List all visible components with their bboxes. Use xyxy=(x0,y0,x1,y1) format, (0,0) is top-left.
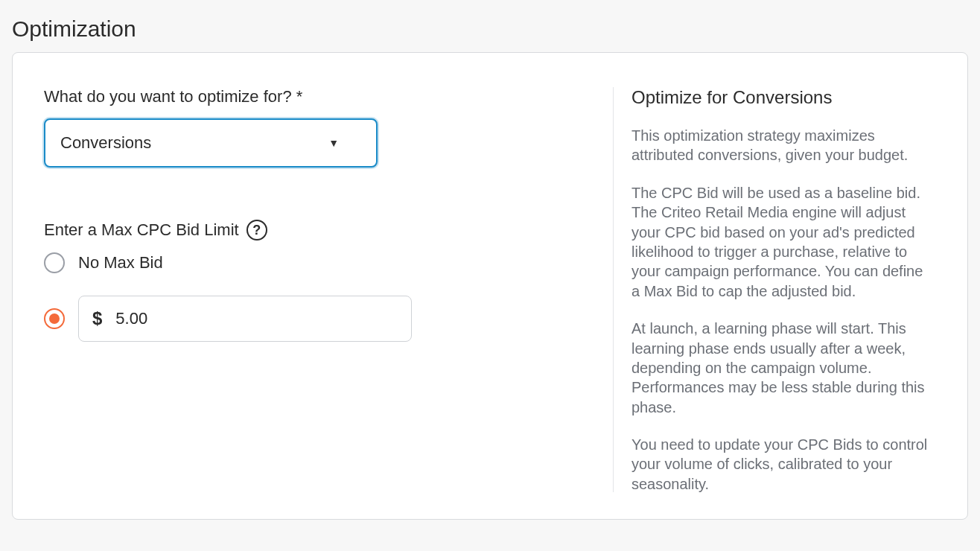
radio-no-max-bid[interactable] xyxy=(44,252,65,273)
radio-no-max-bid-label: No Max Bid xyxy=(78,253,163,273)
max-bid-input[interactable] xyxy=(115,309,398,328)
currency-symbol: $ xyxy=(92,308,102,329)
help-icon[interactable]: ? xyxy=(246,220,267,241)
max-bid-label-text: Enter a Max CPC Bid Limit xyxy=(44,220,239,240)
chevron-down-icon: ▼ xyxy=(328,137,339,149)
info-paragraph-2: The CPC Bid will be used as a baseline b… xyxy=(631,183,930,301)
max-bid-input-wrap: $ xyxy=(78,296,412,342)
form-column: What do you want to optimize for? * Conv… xyxy=(44,87,595,492)
optimize-for-label: What do you want to optimize for? * xyxy=(44,87,577,106)
info-paragraph-3: At launch, a learning phase will start. … xyxy=(631,319,930,417)
info-paragraph-4: You need to update your CPC Bids to cont… xyxy=(631,435,930,494)
info-paragraph-1: This optimization strategy maximizes att… xyxy=(631,126,930,165)
max-bid-label: Enter a Max CPC Bid Limit ? xyxy=(44,220,577,241)
info-column: Optimize for Conversions This optimizati… xyxy=(613,87,936,492)
section-title: Optimization xyxy=(12,16,968,42)
radio-custom-bid[interactable] xyxy=(44,308,65,329)
optimize-for-select-value: Conversions xyxy=(60,133,151,153)
optimize-for-select[interactable]: Conversions ▼ xyxy=(44,118,378,168)
optimize-for-label-text: What do you want to optimize for? * xyxy=(44,87,302,106)
info-title: Optimize for Conversions xyxy=(631,87,930,108)
optimization-card: What do you want to optimize for? * Conv… xyxy=(12,52,968,520)
